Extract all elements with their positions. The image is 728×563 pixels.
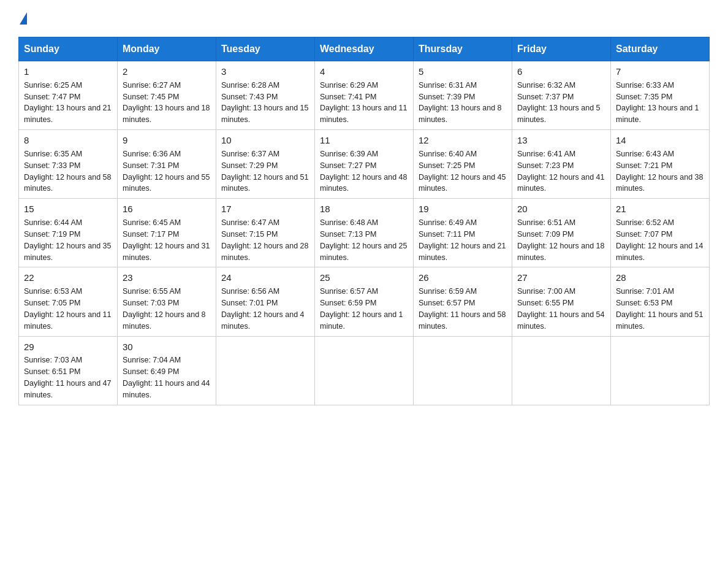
day-number: 19 xyxy=(419,202,507,216)
calendar-cell: 24Sunrise: 6:56 AMSunset: 7:01 PMDayligh… xyxy=(216,267,315,336)
week-row-2: 8Sunrise: 6:35 AMSunset: 7:33 PMDaylight… xyxy=(19,130,710,199)
day-number: 23 xyxy=(123,271,211,285)
sun-info: Sunrise: 6:59 AMSunset: 6:57 PMDaylight:… xyxy=(419,287,506,331)
sun-info: Sunrise: 6:57 AMSunset: 6:59 PMDaylight:… xyxy=(320,287,403,331)
day-number: 20 xyxy=(517,202,605,216)
calendar-cell: 4Sunrise: 6:29 AMSunset: 7:41 PMDaylight… xyxy=(315,61,414,130)
day-number: 14 xyxy=(616,134,704,147)
calendar-cell: 16Sunrise: 6:45 AMSunset: 7:17 PMDayligh… xyxy=(118,199,216,267)
day-number: 6 xyxy=(517,65,605,79)
sun-info: Sunrise: 6:28 AMSunset: 7:43 PMDaylight:… xyxy=(221,81,308,124)
sun-info: Sunrise: 6:52 AMSunset: 7:07 PMDaylight:… xyxy=(616,218,703,262)
calendar-cell: 7Sunrise: 6:33 AMSunset: 7:35 PMDaylight… xyxy=(611,61,710,130)
calendar-header-row: SundayMondayTuesdayWednesdayThursdayFrid… xyxy=(19,37,710,61)
day-number: 17 xyxy=(221,202,309,216)
day-number: 29 xyxy=(24,340,112,354)
day-number: 26 xyxy=(419,271,507,285)
day-number: 30 xyxy=(123,340,211,354)
day-number: 13 xyxy=(517,134,605,147)
week-row-5: 29Sunrise: 7:03 AMSunset: 6:51 PMDayligh… xyxy=(19,336,710,405)
sun-info: Sunrise: 7:04 AMSunset: 6:49 PMDaylight:… xyxy=(123,356,210,399)
calendar-cell: 27Sunrise: 7:00 AMSunset: 6:55 PMDayligh… xyxy=(512,267,611,336)
sun-info: Sunrise: 7:03 AMSunset: 6:51 PMDaylight:… xyxy=(24,356,111,399)
calendar-cell: 25Sunrise: 6:57 AMSunset: 6:59 PMDayligh… xyxy=(315,267,414,336)
sun-info: Sunrise: 6:29 AMSunset: 7:41 PMDaylight:… xyxy=(320,81,407,124)
sun-info: Sunrise: 6:47 AMSunset: 7:15 PMDaylight:… xyxy=(221,218,308,262)
calendar-cell xyxy=(611,336,710,405)
day-number: 5 xyxy=(419,65,507,79)
calendar-cell xyxy=(414,336,512,405)
sun-info: Sunrise: 6:43 AMSunset: 7:21 PMDaylight:… xyxy=(616,150,703,193)
day-number: 8 xyxy=(24,134,112,147)
col-header-tuesday: Tuesday xyxy=(216,37,315,61)
logo-triangle-icon xyxy=(20,12,27,25)
sun-info: Sunrise: 6:49 AMSunset: 7:11 PMDaylight:… xyxy=(419,218,506,262)
sun-info: Sunrise: 7:00 AMSunset: 6:55 PMDaylight:… xyxy=(517,287,604,331)
calendar-cell xyxy=(512,336,611,405)
sun-info: Sunrise: 6:48 AMSunset: 7:13 PMDaylight:… xyxy=(320,218,407,262)
calendar-cell: 11Sunrise: 6:39 AMSunset: 7:27 PMDayligh… xyxy=(315,130,414,199)
day-number: 7 xyxy=(616,65,704,79)
logo-text xyxy=(18,12,28,25)
sun-info: Sunrise: 6:51 AMSunset: 7:09 PMDaylight:… xyxy=(517,218,604,262)
sun-info: Sunrise: 6:27 AMSunset: 7:45 PMDaylight:… xyxy=(123,81,210,124)
sun-info: Sunrise: 6:41 AMSunset: 7:23 PMDaylight:… xyxy=(517,150,604,193)
calendar-cell xyxy=(315,336,414,405)
week-row-4: 22Sunrise: 6:53 AMSunset: 7:05 PMDayligh… xyxy=(19,267,710,336)
day-number: 1 xyxy=(24,65,112,79)
sun-info: Sunrise: 6:44 AMSunset: 7:19 PMDaylight:… xyxy=(24,218,111,262)
sun-info: Sunrise: 6:31 AMSunset: 7:39 PMDaylight:… xyxy=(419,81,502,124)
calendar-cell: 29Sunrise: 7:03 AMSunset: 6:51 PMDayligh… xyxy=(19,336,118,405)
calendar-cell: 18Sunrise: 6:48 AMSunset: 7:13 PMDayligh… xyxy=(315,199,414,267)
week-row-3: 15Sunrise: 6:44 AMSunset: 7:19 PMDayligh… xyxy=(19,199,710,267)
sun-info: Sunrise: 6:25 AMSunset: 7:47 PMDaylight:… xyxy=(24,81,111,124)
calendar-cell: 14Sunrise: 6:43 AMSunset: 7:21 PMDayligh… xyxy=(611,130,710,199)
day-number: 22 xyxy=(24,271,112,285)
calendar-table: SundayMondayTuesdayWednesdayThursdayFrid… xyxy=(18,37,710,405)
sun-info: Sunrise: 6:39 AMSunset: 7:27 PMDaylight:… xyxy=(320,150,407,193)
calendar-cell: 3Sunrise: 6:28 AMSunset: 7:43 PMDaylight… xyxy=(216,61,315,130)
week-row-1: 1Sunrise: 6:25 AMSunset: 7:47 PMDaylight… xyxy=(19,61,710,130)
calendar-cell: 12Sunrise: 6:40 AMSunset: 7:25 PMDayligh… xyxy=(414,130,512,199)
calendar-cell: 10Sunrise: 6:37 AMSunset: 7:29 PMDayligh… xyxy=(216,130,315,199)
day-number: 18 xyxy=(320,202,408,216)
calendar-cell: 5Sunrise: 6:31 AMSunset: 7:39 PMDaylight… xyxy=(414,61,512,130)
sun-info: Sunrise: 7:01 AMSunset: 6:53 PMDaylight:… xyxy=(616,287,703,331)
calendar-cell: 2Sunrise: 6:27 AMSunset: 7:45 PMDaylight… xyxy=(118,61,216,130)
calendar-cell: 13Sunrise: 6:41 AMSunset: 7:23 PMDayligh… xyxy=(512,130,611,199)
day-number: 21 xyxy=(616,202,704,216)
calendar-cell: 22Sunrise: 6:53 AMSunset: 7:05 PMDayligh… xyxy=(19,267,118,336)
day-number: 11 xyxy=(320,134,408,147)
calendar-cell: 30Sunrise: 7:04 AMSunset: 6:49 PMDayligh… xyxy=(118,336,216,405)
sun-info: Sunrise: 6:35 AMSunset: 7:33 PMDaylight:… xyxy=(24,150,111,193)
calendar-cell: 8Sunrise: 6:35 AMSunset: 7:33 PMDaylight… xyxy=(19,130,118,199)
calendar-cell xyxy=(216,336,315,405)
col-header-sunday: Sunday xyxy=(19,37,118,61)
calendar-cell: 23Sunrise: 6:55 AMSunset: 7:03 PMDayligh… xyxy=(118,267,216,336)
calendar-cell: 9Sunrise: 6:36 AMSunset: 7:31 PMDaylight… xyxy=(118,130,216,199)
calendar-cell: 19Sunrise: 6:49 AMSunset: 7:11 PMDayligh… xyxy=(414,199,512,267)
sun-info: Sunrise: 6:32 AMSunset: 7:37 PMDaylight:… xyxy=(517,81,601,124)
calendar-cell: 20Sunrise: 6:51 AMSunset: 7:09 PMDayligh… xyxy=(512,199,611,267)
day-number: 3 xyxy=(221,65,309,79)
day-number: 10 xyxy=(221,134,309,147)
sun-info: Sunrise: 6:53 AMSunset: 7:05 PMDaylight:… xyxy=(24,287,111,331)
col-header-monday: Monday xyxy=(118,37,216,61)
sun-info: Sunrise: 6:45 AMSunset: 7:17 PMDaylight:… xyxy=(123,218,210,262)
sun-info: Sunrise: 6:55 AMSunset: 7:03 PMDaylight:… xyxy=(123,287,206,331)
col-header-thursday: Thursday xyxy=(414,37,512,61)
day-number: 24 xyxy=(221,271,309,285)
day-number: 25 xyxy=(320,271,408,285)
calendar-cell: 17Sunrise: 6:47 AMSunset: 7:15 PMDayligh… xyxy=(216,199,315,267)
logo xyxy=(18,12,28,25)
logo-icon xyxy=(18,12,28,25)
col-header-saturday: Saturday xyxy=(611,37,710,61)
col-header-friday: Friday xyxy=(512,37,611,61)
calendar-cell: 26Sunrise: 6:59 AMSunset: 6:57 PMDayligh… xyxy=(414,267,512,336)
sun-info: Sunrise: 6:37 AMSunset: 7:29 PMDaylight:… xyxy=(221,150,308,193)
calendar-cell: 1Sunrise: 6:25 AMSunset: 7:47 PMDaylight… xyxy=(19,61,118,130)
day-number: 4 xyxy=(320,65,408,79)
day-number: 2 xyxy=(123,65,211,79)
day-number: 28 xyxy=(616,271,704,285)
day-number: 12 xyxy=(419,134,507,147)
